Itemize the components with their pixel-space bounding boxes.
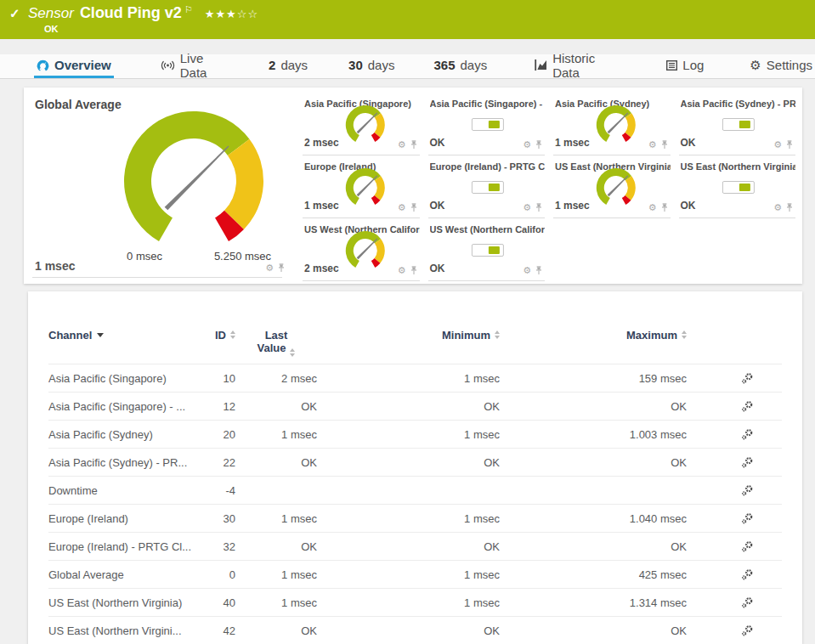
- cell-minimum: OK: [317, 624, 500, 637]
- gear-icon[interactable]: ⚙: [648, 203, 657, 212]
- channel-settings-button[interactable]: [741, 428, 754, 441]
- table-row[interactable]: US East (Northern Virginia)401 msec1 mse…: [48, 588, 782, 616]
- global-average-gauge: [121, 108, 267, 246]
- column-header-max[interactable]: Maximum: [500, 329, 687, 357]
- cell-id: 12: [210, 400, 235, 413]
- gear-icon[interactable]: ⚙: [523, 203, 531, 212]
- gear-icon[interactable]: ⚙: [773, 203, 782, 212]
- cell-id: 20: [210, 428, 235, 441]
- channel-settings-button[interactable]: [741, 596, 754, 609]
- global-average-panel: Global Average 0 msec 5.250 msec 1 msec …: [24, 88, 294, 284]
- channel-settings-button[interactable]: [741, 484, 754, 497]
- panel-action-icons: ⚙: [265, 263, 286, 273]
- toggle-knob: [489, 246, 500, 254]
- tab-overview[interactable]: Overview: [34, 54, 114, 78]
- cell-value: OK: [681, 137, 696, 149]
- column-header-channel[interactable]: Channel: [48, 329, 210, 357]
- gear-icon[interactable]: ⚙: [773, 140, 782, 150]
- gear-icon[interactable]: ⚙: [523, 140, 531, 150]
- pin-icon[interactable]: [410, 140, 418, 150]
- cell-minimum: 1 msec: [317, 428, 500, 441]
- pin-icon[interactable]: [410, 203, 418, 212]
- sensor-status-badge: OK: [44, 24, 59, 34]
- channel-settings-button[interactable]: [741, 624, 754, 637]
- tab-2-days[interactable]: 2days: [266, 54, 310, 78]
- tab-log[interactable]: Log: [664, 54, 706, 78]
- table-row[interactable]: Asia Pacific (Singapore)102 msec1 msec15…: [48, 364, 782, 392]
- tab-settings[interactable]: ⚙Settings: [747, 54, 815, 78]
- cell-action-icons: ⚙: [398, 203, 418, 212]
- cell-last-value: OK: [235, 624, 317, 637]
- cell-channel: Downtime: [48, 484, 210, 497]
- column-label: Channel: [48, 329, 92, 342]
- channel-settings-button[interactable]: [741, 456, 754, 469]
- tab-365-days[interactable]: 365days: [431, 54, 490, 78]
- cell-minimum: OK: [317, 456, 500, 469]
- pin-icon[interactable]: [535, 140, 543, 150]
- pin-icon[interactable]: [660, 140, 669, 150]
- table-row[interactable]: Europe (Ireland)301 msec1 msec1.040 msec: [48, 504, 782, 532]
- table-row[interactable]: US East (Northern Virgini...42OKOKOK: [48, 616, 782, 644]
- gear-icon[interactable]: ⚙: [398, 140, 406, 150]
- cell-value: OK: [430, 263, 445, 274]
- column-header-min[interactable]: Minimum: [317, 329, 500, 357]
- tab-live-data[interactable]: Live Data: [158, 54, 234, 78]
- channel-settings-gears-icon: [741, 372, 754, 385]
- channel-settings-button[interactable]: [741, 372, 754, 385]
- pin-icon[interactable]: [410, 266, 418, 275]
- cell-action-icons: ⚙: [648, 140, 669, 150]
- toggle-knob: [489, 184, 500, 191]
- channel-settings-button[interactable]: [741, 540, 754, 553]
- gear-icon[interactable]: ⚙: [523, 266, 531, 275]
- column-header-last[interactable]: LastValue: [235, 329, 317, 357]
- pin-icon[interactable]: [785, 203, 794, 212]
- tab-historic-data[interactable]: Historic Data: [532, 54, 625, 78]
- cell-minimum: 1 msec: [317, 512, 500, 525]
- channel-table-body: Asia Pacific (Singapore)102 msec1 msec15…: [48, 364, 782, 644]
- channel-settings-button[interactable]: [741, 512, 754, 525]
- gear-icon[interactable]: ⚙: [265, 263, 274, 273]
- cell-action-icons: ⚙: [523, 266, 543, 275]
- pin-icon[interactable]: [785, 140, 794, 150]
- pin-icon[interactable]: [277, 263, 286, 273]
- gear-icon[interactable]: ⚙: [398, 203, 406, 212]
- cell-channel: Asia Pacific (Singapore) - ...: [48, 400, 210, 413]
- pin-icon[interactable]: [535, 266, 543, 275]
- gauge-title: Global Average: [35, 98, 122, 111]
- pin-icon[interactable]: [535, 203, 543, 212]
- cell-value: 1 msec: [555, 137, 590, 149]
- table-row[interactable]: Asia Pacific (Sydney)201 msec1 msec1.003…: [48, 420, 782, 448]
- priority-stars[interactable]: ★★★☆☆: [205, 8, 258, 20]
- channel-cell: US East (Northern Virginia)1 msec⚙: [553, 155, 671, 218]
- table-row[interactable]: Europe (Ireland) - PRTG Cl...32OKOKOK: [48, 532, 782, 560]
- mini-gauge: [345, 230, 386, 272]
- gear-icon[interactable]: ⚙: [648, 140, 657, 150]
- cell-last-value: OK: [235, 540, 317, 553]
- status-toggle-indicator: [472, 118, 504, 131]
- column-header-id[interactable]: ID: [210, 329, 235, 357]
- cell-channel: Global Average: [48, 568, 210, 581]
- log-icon: [666, 60, 677, 71]
- cell-action-icons: ⚙: [773, 203, 794, 212]
- channel-cell: Asia Pacific (Singapore) - PR...OK⚙: [428, 93, 546, 155]
- cell-id: 0: [210, 568, 235, 581]
- status-toggle-indicator: [722, 181, 755, 194]
- channel-cell: Europe (Ireland)1 msec⚙: [303, 155, 420, 218]
- gear-icon[interactable]: ⚙: [398, 266, 406, 275]
- table-row[interactable]: Downtime-4: [48, 476, 782, 504]
- tab-30-days[interactable]: 30days: [346, 54, 397, 78]
- global-average-gauge-svg: [121, 108, 267, 243]
- table-row[interactable]: Asia Pacific (Sydney) - PR...22OKOKOK: [48, 448, 782, 476]
- table-row[interactable]: Asia Pacific (Singapore) - ...12OKOKOK: [48, 392, 782, 420]
- table-row[interactable]: Global Average01 msec1 msec425 msec: [48, 560, 782, 588]
- cell-last-value: OK: [235, 456, 317, 469]
- pin-icon[interactable]: [660, 203, 669, 212]
- cell-last-value: OK: [235, 400, 317, 413]
- cell-id: 40: [210, 596, 235, 609]
- cell-channel: US East (Northern Virginia): [48, 596, 210, 609]
- channel-settings-button[interactable]: [741, 400, 754, 413]
- cell-title: Asia Pacific (Singapore) - PR...: [430, 99, 546, 109]
- mini-gauge: [345, 105, 386, 146]
- cell-last-value: 1 msec: [235, 512, 317, 525]
- channel-settings-button[interactable]: [741, 568, 754, 581]
